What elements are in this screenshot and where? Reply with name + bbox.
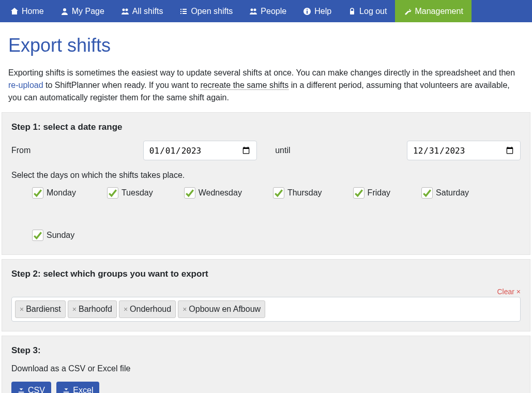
until-date-input[interactable]	[407, 141, 521, 160]
day-wednesday[interactable]: Wednesday	[184, 187, 242, 199]
svg-rect-8	[183, 13, 187, 14]
info-icon	[303, 7, 311, 16]
navbar: Home My Page All shifts Open shifts Peop…	[0, 0, 532, 22]
nav-management[interactable]: Management	[395, 0, 471, 22]
tag-label: Bardienst	[26, 305, 61, 314]
step1-title: Step 1: select a date range	[11, 122, 521, 132]
nav-mypage[interactable]: My Page	[52, 0, 113, 22]
people-icon	[249, 7, 257, 16]
close-icon: ×	[516, 288, 521, 296]
checkbox-icon	[107, 187, 118, 199]
day-monday[interactable]: Monday	[32, 187, 76, 199]
step2-title: Step 2: select which groups you want to …	[11, 269, 521, 279]
tag: × Bardienst	[15, 300, 66, 318]
list-icon	[179, 7, 188, 16]
svg-rect-12	[307, 10, 308, 13]
svg-point-9	[251, 8, 253, 11]
nav-people[interactable]: People	[241, 0, 295, 22]
checkbox-icon	[184, 187, 195, 199]
day-thursday[interactable]: Thursday	[273, 187, 322, 199]
day-label: Sunday	[47, 231, 74, 240]
day-label: Saturday	[436, 188, 469, 198]
day-label: Thursday	[287, 188, 322, 198]
day-sunday[interactable]: Sunday	[32, 230, 74, 241]
home-icon	[10, 7, 19, 16]
step3-title: Step 3:	[11, 345, 521, 356]
day-label: Monday	[47, 188, 76, 198]
intro-text: Exporting shifts is sometimes the easies…	[8, 67, 524, 104]
svg-rect-4	[183, 9, 187, 10]
tag-remove-icon[interactable]: ×	[124, 305, 128, 313]
lock-icon	[348, 7, 356, 16]
svg-point-1	[122, 8, 125, 11]
day-label: Tuesday	[121, 188, 153, 198]
nav-help-label: Help	[314, 7, 331, 16]
tag: × Opbouw en Afbouw	[178, 300, 265, 318]
tag-remove-icon[interactable]: ×	[20, 305, 24, 313]
group-icon	[121, 7, 129, 16]
day-saturday[interactable]: Saturday	[421, 187, 469, 199]
step3-text: Download as a CSV or Excel file	[11, 364, 521, 373]
svg-rect-14	[350, 11, 354, 14]
tag: × Onderhoud	[119, 300, 176, 318]
svg-point-13	[307, 8, 308, 9]
nav-allshifts-label: All shifts	[132, 7, 163, 16]
tag-label: Opbouw en Afbouw	[189, 305, 261, 314]
nav-openshifts-label: Open shifts	[191, 7, 233, 16]
tag-remove-icon[interactable]: ×	[72, 305, 77, 313]
tag-label: Onderhoud	[130, 305, 171, 314]
wrench-icon	[403, 7, 412, 16]
reupload-link[interactable]: re-upload	[8, 81, 43, 89]
until-label: until	[275, 146, 407, 155]
days-row: Monday Tuesday Wednesday Thursday Friday…	[11, 187, 521, 241]
svg-rect-6	[183, 11, 187, 12]
svg-rect-7	[180, 13, 181, 14]
excel-button[interactable]: Excel	[56, 382, 99, 393]
days-label: Select the days on which the shifts take…	[11, 171, 521, 180]
excel-label: Excel	[73, 386, 93, 393]
date-row: From until	[11, 141, 521, 160]
intro-part1: Exporting shifts is sometimes the easies…	[8, 68, 515, 77]
csv-button[interactable]: CSV	[11, 382, 51, 393]
checkbox-icon	[353, 187, 364, 199]
checkbox-icon	[421, 187, 433, 199]
nav-home-label: Home	[22, 7, 44, 16]
nav-management-label: Management	[415, 7, 463, 16]
day-label: Wednesday	[199, 188, 242, 198]
nav-help[interactable]: Help	[295, 0, 340, 22]
csv-label: CSV	[28, 386, 45, 393]
day-tuesday[interactable]: Tuesday	[107, 187, 153, 199]
step1-panel: Step 1: select a date range From until S…	[2, 112, 530, 255]
tag-remove-icon[interactable]: ×	[183, 305, 187, 313]
step3-panel: Step 3: Download as a CSV or Excel file …	[2, 336, 530, 393]
recreate-text: recreate the same shifts	[200, 81, 288, 90]
nav-home[interactable]: Home	[2, 0, 52, 22]
checkbox-icon	[273, 187, 284, 199]
day-label: Friday	[368, 188, 390, 198]
download-icon	[18, 386, 25, 393]
download-icon	[63, 386, 70, 393]
from-label: From	[11, 146, 143, 155]
nav-people-label: People	[261, 7, 286, 16]
nav-allshifts[interactable]: All shifts	[113, 0, 172, 22]
nav-logout-label: Log out	[359, 7, 387, 16]
main-container: Export shifts Exporting shifts is someti…	[0, 22, 532, 393]
user-icon	[60, 7, 69, 16]
step2-panel: Step 2: select which groups you want to …	[2, 259, 530, 331]
nav-openshifts[interactable]: Open shifts	[171, 0, 241, 22]
nav-logout[interactable]: Log out	[340, 0, 395, 22]
clear-label: Clear	[497, 288, 516, 296]
page-title: Export shifts	[8, 35, 524, 56]
tag-label: Barhoofd	[79, 305, 112, 314]
day-friday[interactable]: Friday	[353, 187, 390, 199]
svg-point-10	[254, 8, 256, 11]
checkbox-icon	[32, 187, 43, 199]
intro-part2: to ShiftPlanner when ready. If you want …	[43, 81, 201, 89]
svg-point-2	[125, 8, 128, 11]
group-select[interactable]: × Bardienst × Barhoofd × Onderhoud × Opb…	[11, 297, 521, 322]
clear-link[interactable]: Clear ×	[11, 288, 521, 296]
svg-rect-5	[180, 11, 181, 12]
svg-point-0	[63, 8, 66, 11]
svg-rect-3	[180, 9, 181, 10]
from-date-input[interactable]	[143, 141, 257, 160]
